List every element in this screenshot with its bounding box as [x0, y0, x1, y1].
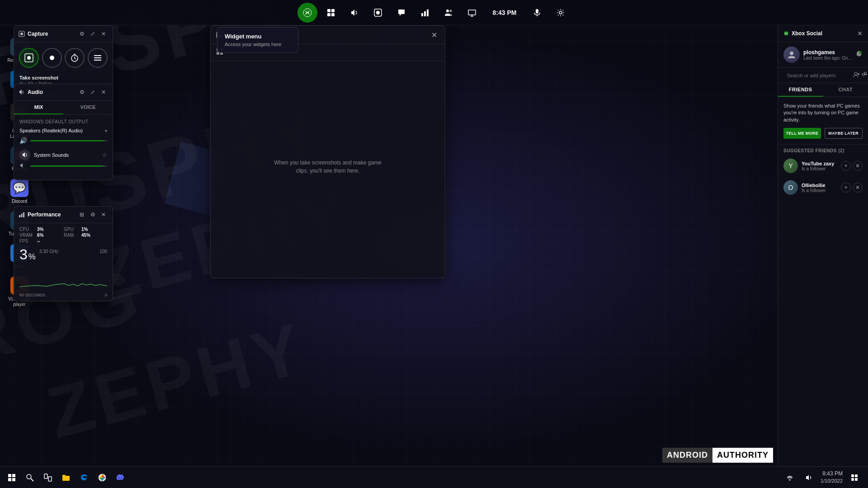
friend-olliebollie-info: Olliebollie Is a follower: [802, 183, 837, 193]
svg-rect-53: [8, 478, 11, 481]
add-friend-zaxy-button[interactable]: +: [841, 161, 851, 171]
user-avatar-icon: [787, 50, 796, 59]
svg-point-5: [376, 11, 380, 14]
stats-nav-button[interactable]: [415, 3, 435, 23]
start-button[interactable]: [4, 469, 20, 486]
perf-settings-button[interactable]: ⚙: [88, 210, 97, 219]
perf-graph-labels: 60 SECONDS 0: [19, 293, 107, 297]
audio-panel: Audio ⚙ ⤢ ✕ MIX VOICE WINDOWS DEFAULT OU…: [14, 84, 113, 180]
system-sounds-star[interactable]: ☆: [102, 152, 107, 158]
audio-settings-button[interactable]: ⚙: [77, 88, 86, 97]
cpu-label: CPU: [19, 227, 35, 232]
file-explorer-taskbar-button[interactable]: [58, 469, 74, 486]
audio-panel-title: Audio: [19, 89, 43, 95]
audio-popout-button[interactable]: ⤢: [88, 88, 97, 97]
master-volume-slider-row: 🔊: [19, 137, 107, 144]
volume-tray-icon[interactable]: [801, 469, 817, 486]
settings-nav-button[interactable]: [551, 3, 571, 23]
master-volume-track[interactable]: [30, 140, 107, 141]
audio-nav-button[interactable]: [344, 3, 364, 23]
capture-nav-button[interactable]: [368, 3, 388, 23]
social-panel-title: Xbox Social: [783, 30, 822, 37]
search-taskbar-button[interactable]: [22, 469, 38, 486]
clock-date: 1/10/2022: [821, 478, 843, 484]
timer-button[interactable]: [65, 48, 85, 68]
more-capture-button[interactable]: [88, 48, 108, 68]
add-friend-icon[interactable]: [853, 71, 859, 79]
system-sounds-slider-row: [19, 162, 107, 170]
system-sounds-track[interactable]: [30, 165, 107, 167]
performance-panel: Performance ⊞ ⚙ ✕ CPU 3% GPU 1% VRAM 6% …: [14, 206, 113, 301]
taskbar-right: 8:43 PM 1/10/2022: [782, 469, 868, 486]
suggested-friends-header: SUGGESTED FRIENDS (2): [778, 145, 868, 155]
network-tray-icon[interactable]: [782, 469, 798, 486]
dismiss-friend-olliebollie-button[interactable]: ✕: [853, 183, 863, 192]
vram-label: VRAM: [19, 233, 35, 238]
svg-rect-62: [851, 474, 854, 477]
chat-nav-button[interactable]: [392, 3, 411, 23]
friend-zaxy-actions: + ✕: [841, 161, 863, 171]
xbox-social-panel: Xbox Social ✕ ploshgames Last seen 6m ag…: [778, 25, 868, 468]
system-clock[interactable]: 8:43 PM 1/10/2022: [821, 470, 843, 484]
svg-rect-8: [424, 11, 426, 16]
xbox-logo-button[interactable]: [297, 3, 317, 23]
perf-grid-button[interactable]: ⊞: [77, 210, 86, 219]
widgets-button[interactable]: [321, 3, 341, 23]
audio-tabs: MIX VOICE: [14, 101, 113, 115]
tell-me-more-button[interactable]: TELL ME MORE: [783, 128, 821, 139]
audio-tab-mix[interactable]: MIX: [14, 101, 63, 114]
discord-taskbar-button[interactable]: [112, 469, 128, 486]
fps-stat-row: FPS --: [19, 239, 63, 244]
capture-popout-button[interactable]: ⤢: [88, 29, 97, 38]
svg-rect-1: [327, 9, 330, 12]
social-close-button[interactable]: ✕: [857, 30, 863, 37]
record-button[interactable]: [42, 48, 62, 68]
friend-row-zaxy: Y YouTube zaxy Is a follower + ✕: [778, 155, 868, 177]
filter-icon[interactable]: [861, 71, 868, 79]
maybe-later-button[interactable]: MAYBE LATER: [825, 128, 863, 139]
svg-rect-65: [855, 478, 858, 481]
screenshot-button[interactable]: [19, 48, 39, 68]
add-friend-olliebollie-button[interactable]: +: [841, 183, 851, 192]
widget-tooltip: Widget menu Access your widgets here: [217, 27, 298, 53]
taskbar-left: [0, 469, 128, 486]
capture-close-button[interactable]: ✕: [99, 29, 108, 38]
svg-point-10: [446, 9, 449, 12]
system-sounds-channel: System Sounds ☆: [19, 150, 107, 170]
time-display: 8:43 PM: [493, 9, 517, 16]
audio-close-button[interactable]: ✕: [99, 88, 108, 97]
social-promo-buttons: TELL ME MORE MAYBE LATER: [783, 128, 863, 139]
svg-point-48: [864, 72, 867, 75]
task-view-button[interactable]: [40, 469, 56, 486]
perf-close-button[interactable]: ✕: [99, 210, 108, 219]
gallery-empty-state: When you take screenshots and make game …: [211, 61, 445, 272]
edge-taskbar-button[interactable]: [76, 469, 92, 486]
capture-buttons: [14, 42, 113, 73]
social-tab-chat[interactable]: CHAT: [823, 83, 868, 97]
mic-nav-button[interactable]: [527, 3, 547, 23]
ram-label: RAM: [64, 233, 80, 238]
friend-zaxy-avatar: Y: [783, 159, 798, 173]
friends-nav-button[interactable]: [439, 3, 458, 23]
screen-nav-button[interactable]: [462, 3, 482, 23]
svg-rect-4: [331, 13, 335, 16]
xbox-game-bar-topbar: 8:43 PM: [0, 0, 868, 25]
cpu-freq: 3.30 GHz: [39, 249, 96, 254]
notification-center-button[interactable]: [846, 469, 863, 486]
friend-zaxy-status: Is a follower: [802, 166, 837, 171]
volume-icon: 🔊: [19, 137, 27, 144]
social-user-status: Last seen 6m ago: On...: [803, 56, 852, 61]
social-tab-friends[interactable]: FRIENDS: [778, 83, 823, 97]
desktop-icon-discord[interactable]: 💬 Discord: [4, 176, 35, 207]
dismiss-friend-zaxy-button[interactable]: ✕: [853, 161, 863, 171]
svg-point-11: [449, 9, 452, 12]
search-add-players-input[interactable]: [787, 73, 849, 78]
device-dropdown-arrow[interactable]: ▾: [105, 128, 107, 133]
audio-tab-voice[interactable]: VOICE: [63, 101, 113, 114]
chrome-taskbar-button[interactable]: [94, 469, 110, 486]
notification-dot: [859, 51, 862, 54]
gallery-close-button[interactable]: ✕: [429, 29, 439, 40]
svg-rect-51: [8, 474, 11, 477]
capture-settings-button[interactable]: ⚙: [77, 29, 86, 38]
cpu-big-unit: %: [28, 251, 36, 263]
